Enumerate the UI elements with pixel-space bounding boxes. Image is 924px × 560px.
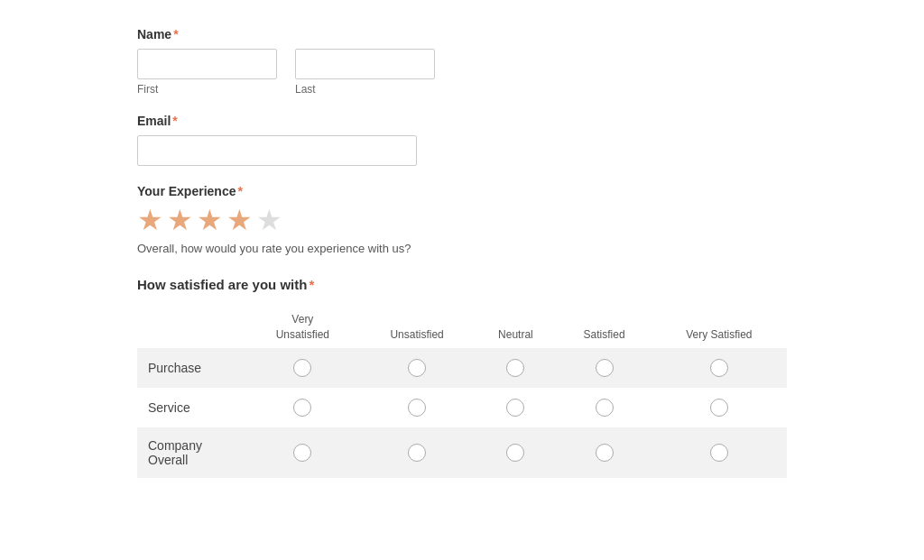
cell-company-neutral[interactable] (474, 427, 557, 478)
email-field-group: Email* (137, 114, 787, 166)
cell-service-neutral[interactable] (474, 388, 557, 427)
row-label-company-overall: CompanyOverall (137, 427, 245, 478)
satisfaction-table: VeryUnsatisfied Unsatisfied Neutral Sati… (137, 307, 787, 478)
cell-company-unsatisfied[interactable] (360, 427, 475, 478)
email-input[interactable] (137, 135, 417, 166)
name-row: First Last (137, 49, 787, 96)
cell-purchase-very-unsatisfied[interactable] (245, 348, 360, 388)
satisfaction-label-text: How satisfied are you with (137, 277, 307, 292)
radio-circle[interactable] (710, 399, 728, 417)
col-header-satisfied: Satisfied (557, 307, 651, 348)
experience-label: Your Experience* (137, 184, 787, 198)
cell-purchase-unsatisfied[interactable] (360, 348, 475, 388)
cell-purchase-satisfied[interactable] (557, 348, 651, 388)
name-label-text: Name (137, 27, 171, 41)
last-sub-label: Last (295, 83, 435, 96)
satisfaction-required-star: * (309, 277, 314, 292)
first-sub-label: First (137, 83, 277, 96)
last-name-col: Last (295, 49, 435, 96)
email-label: Email* (137, 114, 787, 128)
radio-circle[interactable] (408, 359, 426, 377)
radio-circle[interactable] (293, 444, 311, 462)
row-label-service: Service (137, 388, 245, 427)
experience-hint: Overall, how would you rate you experien… (137, 242, 787, 255)
cell-service-very-satisfied[interactable] (651, 388, 787, 427)
radio-circle[interactable] (506, 359, 524, 377)
cell-service-satisfied[interactable] (557, 388, 651, 427)
star-1[interactable]: ★ (137, 206, 163, 234)
col-header-very-unsatisfied: VeryUnsatisfied (245, 307, 360, 348)
radio-circle[interactable] (596, 359, 614, 377)
cell-company-satisfied[interactable] (557, 427, 651, 478)
cell-company-very-satisfied[interactable] (651, 427, 787, 478)
satisfaction-section: How satisfied are you with* VeryUnsatisf… (137, 277, 787, 478)
radio-circle[interactable] (506, 399, 524, 417)
first-name-input[interactable] (137, 49, 277, 79)
table-row: CompanyOverall (137, 427, 787, 478)
email-required-star: * (172, 114, 177, 128)
cell-purchase-neutral[interactable] (474, 348, 557, 388)
radio-circle[interactable] (710, 444, 728, 462)
star-3[interactable]: ★ (197, 206, 223, 234)
table-row: Service (137, 388, 787, 427)
cell-service-unsatisfied[interactable] (360, 388, 475, 427)
radio-circle[interactable] (506, 444, 524, 462)
stars-container: ★ ★ ★ ★ ★ (137, 206, 787, 234)
col-header-very-satisfied: Very Satisfied (651, 307, 787, 348)
name-required-star: * (173, 27, 178, 41)
form-container: Name* First Last Email* Your Experience*… (119, 0, 805, 505)
radio-circle[interactable] (408, 399, 426, 417)
first-name-col: First (137, 49, 277, 96)
table-row: Purchase (137, 348, 787, 388)
name-field-group: Name* First Last (137, 27, 787, 96)
col-header-neutral: Neutral (474, 307, 557, 348)
experience-required-star: * (237, 184, 242, 198)
experience-field-group: Your Experience* ★ ★ ★ ★ ★ Overall, how … (137, 184, 787, 255)
radio-circle[interactable] (596, 444, 614, 462)
radio-circle[interactable] (293, 359, 311, 377)
row-label-purchase: Purchase (137, 348, 245, 388)
star-2[interactable]: ★ (167, 206, 193, 234)
star-5[interactable]: ★ (256, 206, 282, 234)
radio-circle[interactable] (596, 399, 614, 417)
star-4[interactable]: ★ (226, 206, 253, 234)
last-name-input[interactable] (295, 49, 435, 79)
radio-circle[interactable] (293, 399, 311, 417)
radio-circle[interactable] (710, 359, 728, 377)
cell-purchase-very-satisfied[interactable] (651, 348, 787, 388)
radio-circle[interactable] (408, 444, 426, 462)
table-header-row: VeryUnsatisfied Unsatisfied Neutral Sati… (137, 307, 787, 348)
col-header-blank (137, 307, 245, 348)
cell-service-very-unsatisfied[interactable] (245, 388, 360, 427)
cell-company-very-unsatisfied[interactable] (245, 427, 360, 478)
experience-label-text: Your Experience (137, 184, 236, 198)
satisfaction-label: How satisfied are you with* (137, 277, 787, 292)
col-header-unsatisfied: Unsatisfied (360, 307, 475, 348)
email-label-text: Email (137, 114, 171, 128)
name-label: Name* (137, 27, 787, 41)
